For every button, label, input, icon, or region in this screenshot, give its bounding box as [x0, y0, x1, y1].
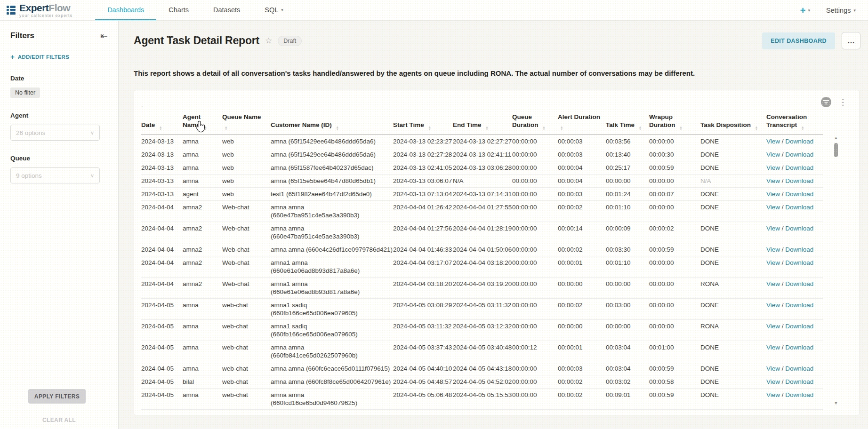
download-transcript-link[interactable]: Download: [785, 138, 813, 145]
column-header-date[interactable]: Date ▲▼: [141, 110, 183, 135]
edit-dashboard-button[interactable]: EDIT DASHBOARD: [762, 32, 835, 49]
date-cell: 2024-03-13: [141, 188, 183, 201]
download-transcript-link[interactable]: Download: [785, 246, 813, 253]
view-transcript-link[interactable]: View: [766, 323, 780, 330]
download-transcript-link[interactable]: Download: [785, 302, 813, 309]
queue-cell: Web-chat: [222, 222, 271, 243]
filters-title: Filters: [10, 31, 34, 40]
end-time-cell: 2024-04-04 01:28:19: [453, 222, 512, 243]
dashboard-content: This report shows a detail of all conver…: [119, 57, 868, 429]
download-transcript-link[interactable]: Download: [785, 191, 813, 198]
column-header-task-disposition[interactable]: Task Disposition ▲▼: [700, 110, 766, 135]
view-transcript-link[interactable]: View: [766, 365, 780, 372]
wrapup-duration-cell: 00:00:00: [649, 175, 700, 188]
table-row: 2024-03-13amnawebamna (65f1587fee64b4023…: [141, 161, 823, 175]
dashboard-main: Agent Task Detail Report ☆ Draft EDIT DA…: [119, 21, 868, 429]
disposition-cell: DONE: [700, 256, 766, 278]
view-transcript-link[interactable]: View: [766, 225, 780, 232]
download-transcript-link[interactable]: Download: [785, 259, 813, 266]
scrollbar-thumb[interactable]: [834, 143, 838, 157]
download-transcript-link[interactable]: Download: [785, 164, 813, 171]
table-row: 2024-04-05amnaweb-chatamna amna (660fc6e…: [141, 362, 823, 375]
collapse-sidebar-icon[interactable]: ⇤: [100, 32, 108, 40]
queue-cell: web-chat: [222, 375, 271, 389]
column-label: Queue Name: [222, 113, 261, 120]
customer-cell: test1 (65f1982aee64b47df2d65de0): [271, 188, 393, 201]
tab-sql[interactable]: SQL▾: [252, 0, 296, 20]
tab-charts[interactable]: Charts: [156, 0, 201, 20]
wrapup-duration-cell: 00:00:59: [649, 243, 700, 256]
scroll-up-icon[interactable]: ▲: [833, 135, 839, 140]
brand-logo[interactable]: ExpertFlow your callcenter experts: [7, 0, 72, 20]
new-item-button[interactable]: + ▾: [800, 6, 810, 15]
start-time-cell: 2024-04-04 03:18:20: [393, 278, 453, 299]
view-transcript-link[interactable]: View: [766, 259, 780, 266]
download-transcript-link[interactable]: Download: [785, 323, 813, 330]
column-header-queue-duration[interactable]: Queue Duration ▲▼: [512, 110, 558, 135]
agent-cell: amna: [183, 389, 222, 410]
settings-menu[interactable]: Settings ▾: [826, 7, 856, 14]
more-options-button[interactable]: …: [842, 32, 860, 49]
transcript-cell: View / Download: [766, 135, 823, 148]
column-header-queue-name[interactable]: Queue Name ▲▼: [222, 110, 271, 135]
queue-filter-label: Queue: [10, 155, 108, 162]
download-transcript-link[interactable]: Download: [785, 225, 813, 232]
view-transcript-link[interactable]: View: [766, 378, 780, 385]
queue-duration-cell: 00:00:00: [512, 175, 558, 188]
date-cell: 2024-04-04: [141, 222, 183, 243]
talk-time-cell: 00:00:09: [606, 222, 649, 243]
column-header-agent-name[interactable]: Agent Name ▲▼: [183, 110, 222, 135]
view-transcript-link[interactable]: View: [766, 246, 780, 253]
view-transcript-link[interactable]: View: [766, 138, 780, 145]
brand-tagline: your callcenter experts: [19, 14, 72, 18]
brand-name-bold: Expert: [19, 2, 48, 13]
disposition-cell: DONE: [700, 341, 766, 362]
tab-datasets[interactable]: Datasets: [201, 0, 252, 20]
download-transcript-link[interactable]: Download: [785, 365, 813, 372]
queue-duration-cell: 00:00:00: [512, 278, 558, 299]
table-scrollbar[interactable]: ▲ ▼: [833, 135, 839, 405]
queue-filter-select[interactable]: 9 options ∨: [10, 167, 100, 183]
filter-indicator-icon[interactable]: [821, 97, 831, 107]
date-cell: 2024-04-05: [141, 341, 183, 362]
column-header-customer-name-id[interactable]: Customer Name (ID) ▲▼: [271, 110, 393, 135]
agent-cell: agent: [183, 188, 222, 201]
add-edit-filters-button[interactable]: + ADD/EDIT FILTERS: [10, 53, 108, 61]
view-transcript-link[interactable]: View: [766, 302, 780, 309]
agent-cell: amna: [183, 341, 222, 362]
download-transcript-link[interactable]: Download: [785, 378, 813, 385]
column-header-end-time[interactable]: End Time ▲▼: [453, 110, 512, 135]
alert-duration-cell: 00:00:02: [558, 299, 606, 320]
apply-filters-button[interactable]: APPLY FILTERS: [28, 389, 86, 404]
column-header-start-time[interactable]: Start Time ▲▼: [393, 110, 453, 135]
scroll-down-icon[interactable]: ▼: [833, 401, 839, 405]
disposition-cell: DONE: [700, 243, 766, 256]
download-transcript-link[interactable]: Download: [785, 177, 813, 184]
disposition-cell: N/A: [700, 175, 766, 188]
view-transcript-link[interactable]: View: [766, 344, 780, 351]
download-transcript-link[interactable]: Download: [785, 344, 813, 351]
download-transcript-link[interactable]: Download: [785, 204, 813, 211]
view-transcript-link[interactable]: View: [766, 164, 780, 171]
download-transcript-link[interactable]: Download: [785, 151, 813, 158]
view-transcript-link[interactable]: View: [766, 204, 780, 211]
column-header-wrapup-duration[interactable]: Wrapup Duration ▲▼: [649, 110, 700, 135]
download-transcript-link[interactable]: Download: [785, 391, 813, 398]
clear-all-button[interactable]: CLEAR ALL: [0, 417, 118, 423]
disposition-cell: DONE: [700, 188, 766, 201]
download-transcript-link[interactable]: Download: [785, 280, 813, 287]
view-transcript-link[interactable]: View: [766, 177, 780, 184]
view-transcript-link[interactable]: View: [766, 391, 780, 398]
view-transcript-link[interactable]: View: [766, 280, 780, 287]
favorite-star-icon[interactable]: ☆: [265, 36, 272, 46]
agent-cell: amna2: [183, 201, 222, 222]
chart-menu-button[interactable]: ⋮: [839, 98, 847, 106]
start-time-cell: 2024-04-05 03:08:29: [393, 299, 453, 320]
view-transcript-link[interactable]: View: [766, 191, 780, 198]
column-header-conversation-transcript[interactable]: Conversation Transcript ▲▼: [766, 110, 823, 135]
agent-filter-select[interactable]: 26 options ∨: [10, 125, 100, 141]
tab-dashboards[interactable]: Dashboards: [95, 0, 156, 20]
column-header-talk-time[interactable]: Talk Time ▲▼: [606, 110, 649, 135]
column-header-alert-duration[interactable]: Alert Duration ▲▼: [558, 110, 606, 135]
view-transcript-link[interactable]: View: [766, 151, 780, 158]
